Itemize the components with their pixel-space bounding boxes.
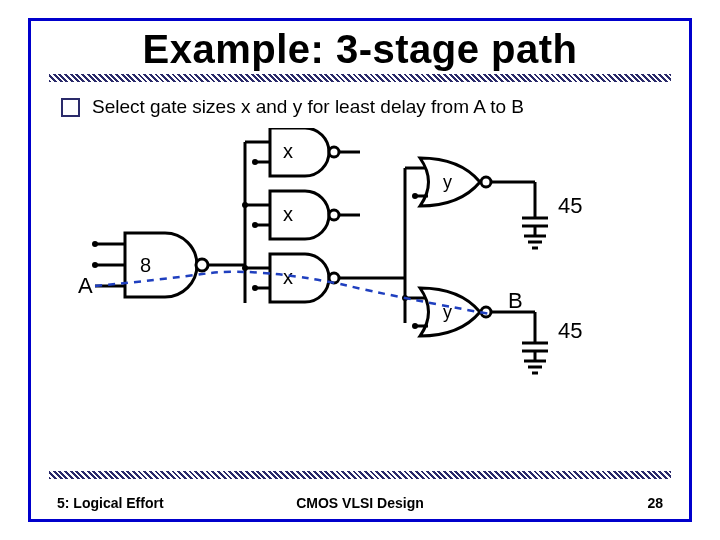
- stage1-nand3: A 8: [78, 233, 208, 298]
- svg-point-4: [92, 241, 98, 247]
- stage2-nand-top: x: [245, 128, 360, 176]
- stage2-nand-mid: x: [242, 191, 360, 239]
- stage1-size: 8: [140, 254, 151, 276]
- load-bot-value: 45: [558, 318, 582, 343]
- svg-point-26: [481, 177, 491, 187]
- svg-point-23: [242, 265, 248, 271]
- label-A: A: [78, 273, 93, 298]
- svg-point-5: [92, 262, 98, 268]
- slide-title: Example: 3-stage path: [31, 27, 689, 72]
- load-top-value: 45: [558, 193, 582, 218]
- svg-point-8: [329, 147, 339, 157]
- svg-point-29: [412, 193, 418, 199]
- divider-top: [49, 74, 671, 82]
- load-cap-bot: B 45: [491, 288, 582, 373]
- slide-frame: Example: 3-stage path Select gate sizes …: [28, 18, 692, 522]
- footer: 5: Logical Effort CMOS VLSI Design 28: [31, 495, 689, 511]
- bullet-item: Select gate sizes x and y for least dela…: [61, 96, 659, 118]
- circuit-diagram: A 8 x: [70, 128, 650, 408]
- load-cap-top: 45: [491, 182, 582, 248]
- svg-point-17: [242, 202, 248, 208]
- stage3-size-top: y: [443, 172, 452, 192]
- svg-point-22: [252, 285, 258, 291]
- bullet-text: Select gate sizes x and y for least dela…: [92, 96, 524, 118]
- stage3-nor-bot: y: [402, 288, 491, 336]
- divider-bottom: [49, 471, 671, 479]
- stage3-nor-top: y: [405, 158, 491, 206]
- svg-point-11: [252, 159, 258, 165]
- stage2-size-top: x: [283, 140, 293, 162]
- svg-point-16: [252, 222, 258, 228]
- label-B: B: [508, 288, 523, 313]
- stage2-nand-bot: x: [242, 254, 339, 302]
- slide: Example: 3-stage path Select gate sizes …: [0, 0, 720, 540]
- svg-point-0: [196, 259, 208, 271]
- footer-center: CMOS VLSI Design: [31, 495, 689, 511]
- svg-point-33: [412, 323, 418, 329]
- circuit-svg: A 8 x: [70, 128, 650, 408]
- bullet-box-icon: [61, 98, 80, 117]
- svg-point-13: [329, 210, 339, 220]
- stage2-size-mid: x: [283, 203, 293, 225]
